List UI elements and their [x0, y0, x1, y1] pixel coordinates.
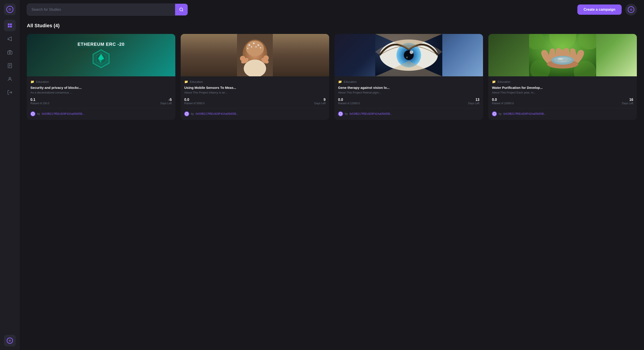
- author-ring-1: [31, 112, 34, 115]
- svg-point-12: [180, 8, 183, 11]
- sidebar-item-logout[interactable]: [4, 87, 16, 98]
- study-title-1: Security and privacy of blockc...: [30, 86, 172, 90]
- study-stats-4: 0.0 Raised of 10000.0 16 Days Left: [492, 98, 633, 105]
- study-card-2[interactable]: 📁 Education Using Mobile Sensors To Meas…: [181, 34, 329, 120]
- main-content: Create a campaign All Studies (4) ETHERE…: [20, 0, 644, 350]
- eye-svg: [375, 34, 442, 76]
- study-stats-2: 0.0 Raised of 5000.0 9 Days Left: [184, 98, 326, 105]
- study-image-1: ETHEREUM ERC -20: [27, 34, 175, 76]
- svg-point-26: [247, 48, 248, 49]
- study-category-4: 📁 Education: [492, 80, 633, 83]
- stat-days-3: 13 Days Left: [468, 98, 480, 105]
- study-card-4[interactable]: 📁 Education Water Purification for Devel…: [488, 34, 637, 120]
- study-card-1[interactable]: ETHEREUM ERC -20 📁 Education: [27, 34, 175, 120]
- author-ring-2: [185, 112, 188, 115]
- bottom-logo-ring: [7, 338, 13, 344]
- study-title-2: Using Mobile Sensors To Meas...: [184, 86, 326, 90]
- study-card-body-1: 📁 Education Security and privacy of bloc…: [27, 76, 175, 120]
- svg-point-25: [260, 47, 261, 48]
- study-desc-2: About This Project Infancy is an...: [184, 91, 326, 94]
- study-image-3: [334, 34, 483, 76]
- study-author-2: by 0x53fB217ff5Ec829F42Aa05b55B...: [184, 108, 326, 116]
- studies-grid: ETHEREUM ERC -20 📁 Education: [27, 34, 637, 120]
- author-dot-2: [186, 113, 187, 114]
- stat-days-2: 9 Days Left: [314, 98, 326, 105]
- eth-title: ETHEREUM ERC -20: [78, 42, 124, 47]
- sidebar-item-dashboard[interactable]: [4, 20, 16, 31]
- study-image-4: [488, 34, 637, 76]
- sidebar: [0, 0, 20, 350]
- study-category-1: 📁 Education: [30, 80, 172, 83]
- svg-point-51: [558, 58, 563, 60]
- sidebar-item-profile[interactable]: [4, 73, 16, 85]
- study-author-1: by 0x53fB217ff5Ec829F42Aa05b55B...: [30, 108, 172, 116]
- create-campaign-button[interactable]: Create a campaign: [577, 4, 622, 15]
- study-category-3: 📁 Education: [338, 80, 480, 83]
- sidebar-item-documents[interactable]: [4, 60, 16, 71]
- svg-rect-0: [8, 23, 10, 25]
- study-card-body-4: 📁 Education Water Purification for Devel…: [488, 76, 637, 120]
- sidebar-item-campaigns[interactable]: [4, 33, 16, 45]
- content-area: All Studies (4) ETHEREUM ERC -20: [20, 19, 644, 350]
- author-avatar-2: [184, 111, 189, 116]
- svg-rect-2: [8, 26, 10, 27]
- folder-icon-4: 📁: [492, 80, 496, 83]
- folder-icon-1: 📁: [30, 80, 34, 83]
- stat-raised-1: 0.1 Raised of 100.0: [30, 98, 49, 105]
- author-address-4: 0x53fB217ff5Ec829F42Aa05b55B...: [503, 112, 546, 115]
- svg-point-23: [251, 46, 252, 47]
- search-button[interactable]: [175, 4, 188, 15]
- stat-raised-2: 0.0 Raised of 5000.0: [184, 98, 204, 105]
- author-dot-3: [340, 113, 341, 114]
- hands-svg: [529, 34, 596, 76]
- study-card-body-2: 📁 Education Using Mobile Sensors To Meas…: [181, 76, 329, 120]
- svg-rect-4: [8, 51, 12, 54]
- stat-days-1: -5 Days Left: [160, 98, 172, 105]
- study-title-3: Gene therapy against vision lo...: [338, 86, 480, 90]
- header: Create a campaign: [20, 0, 644, 19]
- svg-point-39: [410, 50, 413, 54]
- folder-icon-3: 📁: [338, 80, 342, 83]
- author-dot-4: [494, 113, 495, 114]
- sidebar-bottom-logo[interactable]: [4, 335, 16, 347]
- study-author-4: by 0x53fB217ff5Ec829F42Aa05b55B...: [492, 108, 633, 116]
- author-avatar-4: [492, 111, 497, 116]
- svg-point-24: [255, 46, 257, 47]
- study-author-3: by 0x53fB217ff5Ec829F42Aa05b55B...: [338, 108, 480, 116]
- svg-point-5: [9, 52, 10, 53]
- search-input[interactable]: [27, 4, 175, 15]
- study-desc-3: About This Project Retinal pigm...: [338, 91, 480, 94]
- author-address-2: 0x53fB217ff5Ec829F42Aa05b55B...: [196, 112, 238, 115]
- ethereum-icon: [91, 49, 111, 69]
- svg-point-48: [552, 56, 574, 65]
- svg-line-13: [182, 10, 183, 11]
- svg-point-20: [248, 44, 250, 46]
- author-avatar-3: [338, 111, 343, 116]
- section-title: All Studies (4): [27, 23, 637, 28]
- avatar-dot: [630, 9, 632, 11]
- search-bar: [27, 3, 188, 16]
- author-ring-4: [493, 112, 496, 115]
- study-card-body-3: 📁 Education Gene therapy against vision …: [334, 76, 483, 120]
- sidebar-logo[interactable]: [4, 3, 16, 15]
- author-address-1: 0x53fB217ff5Ec829F42Aa05b55B...: [42, 112, 84, 115]
- sidebar-item-media[interactable]: [4, 46, 16, 58]
- svg-point-21: [253, 42, 255, 44]
- folder-icon-2: 📁: [184, 80, 188, 83]
- author-ring-3: [339, 112, 342, 115]
- study-stats-1: 0.1 Raised of 100.0 -5 Days Left: [30, 98, 172, 105]
- study-card-3[interactable]: 📁 Education Gene therapy against vision …: [334, 34, 483, 120]
- logo-dot: [9, 8, 11, 10]
- svg-point-31: [264, 55, 269, 61]
- study-image-2: [181, 34, 329, 76]
- study-stats-3: 0.0 Raised of 12000.0 13 Days Left: [338, 98, 480, 105]
- svg-rect-1: [10, 23, 12, 25]
- author-address-3: 0x53fB217ff5Ec829F42Aa05b55B...: [350, 112, 392, 115]
- study-title-4: Water Purification for Develop...: [492, 86, 633, 90]
- svg-rect-3: [10, 26, 12, 27]
- user-avatar[interactable]: [625, 4, 637, 15]
- svg-point-10: [9, 77, 11, 79]
- author-avatar-1: [30, 111, 35, 116]
- svg-point-40: [406, 56, 408, 58]
- search-icon: [179, 7, 184, 12]
